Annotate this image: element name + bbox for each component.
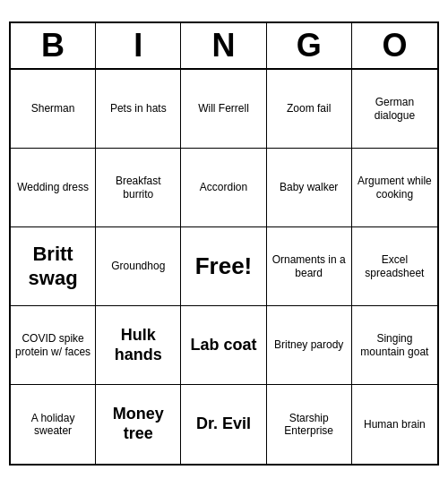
bingo-cell-23[interactable]: Starship Enterprise [267,385,352,464]
bingo-cell-18[interactable]: Britney parody [267,306,352,385]
bingo-cell-16[interactable]: Hulk hands [96,306,181,385]
bingo-cell-11[interactable]: Groundhog [96,227,181,306]
bingo-cell-24[interactable]: Human brain [352,385,437,464]
bingo-cell-4[interactable]: German dialogue [352,70,437,149]
bingo-cell-0[interactable]: Sherman [11,70,96,149]
header-i: I [96,23,181,68]
bingo-grid: ShermanPets in hatsWill FerrellZoom fail… [11,70,437,464]
bingo-cell-12[interactable]: Free! [181,227,266,306]
bingo-header: B I N G O [11,23,437,70]
bingo-cell-7[interactable]: Accordion [181,149,266,227]
bingo-cell-19[interactable]: Singing mountain goat [352,306,437,385]
header-g: G [267,23,352,68]
header-o: O [352,23,437,68]
bingo-cell-9[interactable]: Argument while cooking [352,149,437,227]
bingo-cell-2[interactable]: Will Ferrell [181,70,266,149]
bingo-cell-1[interactable]: Pets in hats [96,70,181,149]
bingo-cell-14[interactable]: Excel spreadsheet [352,227,437,306]
bingo-cell-13[interactable]: Ornaments in a beard [267,227,352,306]
header-b: B [11,23,96,68]
bingo-cell-6[interactable]: Breakfast burrito [96,149,181,227]
bingo-cell-3[interactable]: Zoom fail [267,70,352,149]
header-n: N [181,23,266,68]
bingo-cell-8[interactable]: Baby walker [267,149,352,227]
bingo-card: B I N G O ShermanPets in hatsWill Ferrel… [9,21,439,466]
bingo-cell-17[interactable]: Lab coat [181,306,266,385]
bingo-cell-21[interactable]: Money tree [96,385,181,464]
bingo-cell-22[interactable]: Dr. Evil [181,385,266,464]
bingo-cell-10[interactable]: Britt swag [11,227,96,306]
bingo-cell-5[interactable]: Wedding dress [11,149,96,227]
bingo-cell-15[interactable]: COVID spike protein w/ faces [11,306,96,385]
bingo-cell-20[interactable]: A holiday sweater [11,385,96,464]
